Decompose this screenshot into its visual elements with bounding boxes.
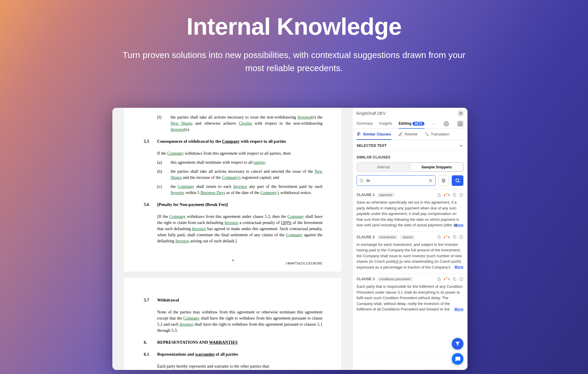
filter-button[interactable] [438,175,449,186]
document-page-2: 5.7 Withdrawal None of the parties may w… [124,278,341,370]
similar-clauses-header: SIMILAR CLAUSES [353,151,467,162]
sliders-icon [441,178,446,183]
more-link[interactable]: More [453,265,463,269]
svg-rect-23 [454,237,456,239]
svg-rect-5 [357,134,361,134]
svg-point-12 [442,179,443,180]
svg-point-26 [461,236,461,237]
similar-icon [357,132,361,136]
app-brand: SingleDraft DEV [356,111,454,116]
search-icon [455,178,460,183]
document-viewer: (f) the parties shall take all actions n… [112,108,352,370]
svg-rect-4 [357,133,360,133]
tab-editing[interactable]: EditingBETA [399,119,424,128]
clause-card[interactable]: CLAUSE 3 conditions precedent Each party… [353,274,467,316]
info-button[interactable] [457,121,463,127]
clear-search-button[interactable] [428,179,433,182]
chat-icon [454,356,461,362]
subtab-similar-clauses[interactable]: Similar Clauses [357,132,391,140]
close-icon [429,179,432,182]
lock-icon[interactable] [437,235,441,239]
beta-badge: BETA [412,122,424,126]
info-icon[interactable] [459,277,463,281]
svg-point-13 [444,180,445,181]
svg-point-0 [446,123,447,124]
subtab-rewrite[interactable]: Rewrite [398,132,417,140]
side-panel: SingleDraft DEV Summary Insights Editing… [352,108,467,370]
app-window: (f) the parties shall take all actions n… [112,108,467,370]
copy-icon[interactable] [452,277,457,281]
chevron-down-icon [459,143,463,148]
settings-button[interactable] [444,121,449,126]
svg-rect-28 [454,278,456,280]
lock-icon[interactable] [437,193,441,197]
svg-rect-18 [454,194,456,196]
info-icon[interactable] [459,193,463,197]
filter-fab[interactable] [452,338,463,350]
page-title: Internal Knowledge [0,13,588,40]
svg-line-16 [458,181,459,182]
section-num: 5.5 [144,138,157,144]
source-internal[interactable]: Internal [357,163,410,172]
search-input[interactable] [365,177,428,184]
list-id: (f) [157,114,171,133]
svg-point-21 [461,194,461,194]
copy-icon[interactable] [452,193,457,197]
gear-icon [444,121,449,126]
svg-rect-27 [438,279,440,280]
info-icon[interactable] [459,235,463,239]
svg-line-8 [362,181,363,182]
selected-text-toggle[interactable]: SELECTED TEXT [353,140,467,151]
svg-rect-6 [357,135,359,135]
gauge-icon [444,235,450,239]
gauge-icon [444,193,450,197]
close-button[interactable] [458,110,464,117]
chat-fab[interactable] [452,353,463,365]
page-subtitle: Turn proven solutions into new possibili… [122,48,466,75]
info-icon [458,122,462,126]
gauge-icon [444,277,450,281]
close-icon [459,112,462,115]
svg-point-31 [461,278,461,278]
clause-list: CLAUSE 1 payment Save as otherwise speci… [353,189,467,355]
copy-icon[interactable] [452,235,457,239]
rewrite-icon [398,132,403,137]
search-button[interactable] [452,175,463,186]
section-title: Consequences of withdrawal by the Compan… [157,138,323,144]
document-page-1: (f) the parties shall take all actions n… [124,108,341,271]
lock-icon[interactable] [437,277,441,281]
source-switch: Internal Sample Snippets [357,162,463,172]
subtab-translation[interactable]: Translation [424,132,449,140]
svg-point-7 [360,179,363,182]
doc-id: 148467542\0.2\EUROPE [286,261,323,266]
svg-rect-17 [438,195,440,196]
tab-summary[interactable]: Summary [357,119,373,128]
svg-point-14 [443,181,444,182]
svg-rect-22 [438,237,440,239]
tab-insights[interactable]: Insights [379,119,392,128]
funnel-icon [455,341,461,347]
more-link[interactable]: More [453,307,463,311]
source-sample-snippets[interactable]: Sample Snippets [410,163,463,172]
more-tabs[interactable]: ··· [431,121,436,126]
clause-card[interactable]: CLAUSE 1 payment Save as otherwise speci… [353,189,467,232]
translation-icon [424,132,429,137]
search-box[interactable] [357,175,435,186]
svg-point-15 [456,179,459,182]
clause-card[interactable]: CLAUSE 2 investment shares In exchange f… [353,232,467,274]
search-icon [359,179,365,183]
